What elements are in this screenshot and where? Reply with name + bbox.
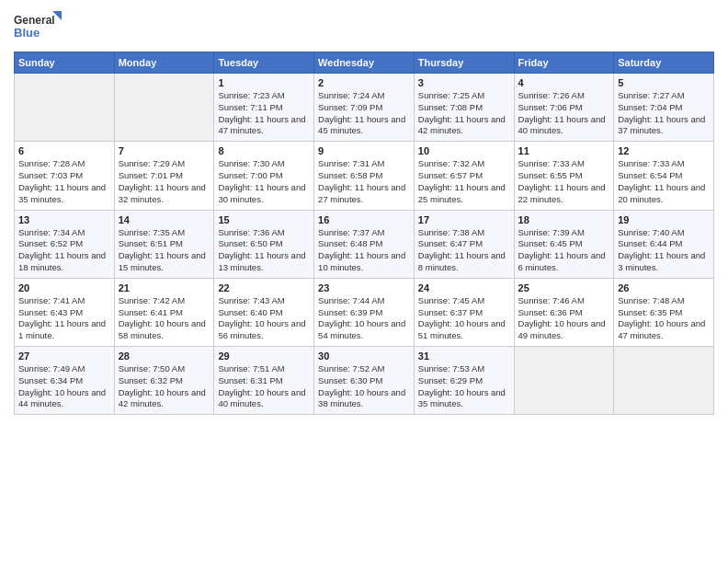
day-info: Sunrise: 7:49 AMSunset: 6:34 PMDaylight:… xyxy=(18,363,110,410)
day-info: Sunrise: 7:37 AMSunset: 6:48 PMDaylight:… xyxy=(318,227,410,274)
calendar-week-row: 20Sunrise: 7:41 AMSunset: 6:43 PMDayligh… xyxy=(15,278,714,346)
day-number: 22 xyxy=(218,282,310,293)
calendar-cell: 1Sunrise: 7:23 AMSunset: 7:11 PMDaylight… xyxy=(214,74,314,142)
calendar-cell: 27Sunrise: 7:49 AMSunset: 6:34 PMDayligh… xyxy=(15,347,115,415)
day-number: 30 xyxy=(318,350,410,362)
calendar-cell: 24Sunrise: 7:45 AMSunset: 6:37 PMDayligh… xyxy=(414,278,514,346)
calendar-cell: 29Sunrise: 7:51 AMSunset: 6:31 PMDayligh… xyxy=(214,347,314,415)
day-info: Sunrise: 7:45 AMSunset: 6:37 PMDaylight:… xyxy=(418,295,510,342)
day-info: Sunrise: 7:40 AMSunset: 6:44 PMDaylight:… xyxy=(618,227,710,274)
day-number: 19 xyxy=(618,214,710,225)
day-number: 13 xyxy=(18,214,110,225)
day-number: 24 xyxy=(418,282,510,293)
calendar-cell xyxy=(614,347,714,415)
day-info: Sunrise: 7:31 AMSunset: 6:58 PMDaylight:… xyxy=(318,158,410,205)
day-number: 28 xyxy=(119,350,210,362)
calendar-cell: 16Sunrise: 7:37 AMSunset: 6:48 PMDayligh… xyxy=(314,210,415,278)
day-number: 6 xyxy=(18,145,110,156)
weekday-header: Monday xyxy=(114,52,214,74)
day-number: 29 xyxy=(218,350,310,362)
calendar-cell: 21Sunrise: 7:42 AMSunset: 6:41 PMDayligh… xyxy=(114,278,214,346)
day-number: 9 xyxy=(318,145,410,156)
calendar-cell: 22Sunrise: 7:43 AMSunset: 6:40 PMDayligh… xyxy=(214,278,314,346)
calendar-cell: 11Sunrise: 7:33 AMSunset: 6:55 PMDayligh… xyxy=(514,142,614,210)
calendar-week-row: 6Sunrise: 7:28 AMSunset: 7:03 PMDaylight… xyxy=(15,142,714,210)
weekday-header: Friday xyxy=(514,52,614,74)
calendar-cell: 23Sunrise: 7:44 AMSunset: 6:39 PMDayligh… xyxy=(314,278,415,346)
weekday-header: Saturday xyxy=(614,52,714,74)
day-info: Sunrise: 7:46 AMSunset: 6:36 PMDaylight:… xyxy=(518,295,610,342)
day-number: 4 xyxy=(518,77,610,88)
calendar-cell xyxy=(514,347,614,415)
day-info: Sunrise: 7:34 AMSunset: 6:52 PMDaylight:… xyxy=(18,227,110,274)
day-number: 16 xyxy=(318,214,410,225)
calendar-cell: 20Sunrise: 7:41 AMSunset: 6:43 PMDayligh… xyxy=(15,278,115,346)
weekday-header: Tuesday xyxy=(214,52,314,74)
header-row: SundayMondayTuesdayWednesdayThursdayFrid… xyxy=(15,52,714,74)
calendar-cell: 4Sunrise: 7:26 AMSunset: 7:06 PMDaylight… xyxy=(514,74,614,142)
calendar-cell: 13Sunrise: 7:34 AMSunset: 6:52 PMDayligh… xyxy=(15,210,115,278)
calendar-cell: 3Sunrise: 7:25 AMSunset: 7:08 PMDaylight… xyxy=(414,74,514,142)
day-number: 25 xyxy=(518,282,610,293)
day-number: 3 xyxy=(418,77,510,88)
calendar-cell: 25Sunrise: 7:46 AMSunset: 6:36 PMDayligh… xyxy=(514,278,614,346)
calendar-cell: 14Sunrise: 7:35 AMSunset: 6:51 PMDayligh… xyxy=(114,210,214,278)
day-number: 23 xyxy=(318,282,410,293)
calendar-cell: 28Sunrise: 7:50 AMSunset: 6:32 PMDayligh… xyxy=(114,347,214,415)
weekday-header: Thursday xyxy=(414,52,514,74)
day-info: Sunrise: 7:29 AMSunset: 7:01 PMDaylight:… xyxy=(119,158,210,205)
calendar-cell: 15Sunrise: 7:36 AMSunset: 6:50 PMDayligh… xyxy=(214,210,314,278)
day-number: 12 xyxy=(618,145,710,156)
calendar-week-row: 27Sunrise: 7:49 AMSunset: 6:34 PMDayligh… xyxy=(15,347,714,415)
day-info: Sunrise: 7:38 AMSunset: 6:47 PMDaylight:… xyxy=(418,227,510,274)
calendar-cell: 8Sunrise: 7:30 AMSunset: 7:00 PMDaylight… xyxy=(214,142,314,210)
day-info: Sunrise: 7:52 AMSunset: 6:30 PMDaylight:… xyxy=(318,363,410,410)
day-info: Sunrise: 7:33 AMSunset: 6:54 PMDaylight:… xyxy=(618,158,710,205)
calendar-cell xyxy=(15,74,115,142)
calendar-cell: 30Sunrise: 7:52 AMSunset: 6:30 PMDayligh… xyxy=(314,347,415,415)
day-info: Sunrise: 7:30 AMSunset: 7:00 PMDaylight:… xyxy=(218,158,310,205)
day-number: 1 xyxy=(218,77,310,88)
day-info: Sunrise: 7:24 AMSunset: 7:09 PMDaylight:… xyxy=(318,90,410,137)
weekday-header: Sunday xyxy=(15,52,115,74)
day-number: 5 xyxy=(618,77,710,88)
day-info: Sunrise: 7:26 AMSunset: 7:06 PMDaylight:… xyxy=(518,90,610,137)
day-number: 2 xyxy=(318,77,410,88)
day-number: 8 xyxy=(218,145,310,156)
logo: General Blue xyxy=(14,9,64,44)
day-info: Sunrise: 7:36 AMSunset: 6:50 PMDaylight:… xyxy=(218,227,310,274)
day-info: Sunrise: 7:41 AMSunset: 6:43 PMDaylight:… xyxy=(18,295,110,342)
weekday-header: Wednesday xyxy=(314,52,415,74)
day-info: Sunrise: 7:43 AMSunset: 6:40 PMDaylight:… xyxy=(218,295,310,342)
calendar-cell: 12Sunrise: 7:33 AMSunset: 6:54 PMDayligh… xyxy=(614,142,714,210)
day-info: Sunrise: 7:42 AMSunset: 6:41 PMDaylight:… xyxy=(119,295,210,342)
calendar-cell: 26Sunrise: 7:48 AMSunset: 6:35 PMDayligh… xyxy=(614,278,714,346)
calendar-cell: 18Sunrise: 7:39 AMSunset: 6:45 PMDayligh… xyxy=(514,210,614,278)
day-info: Sunrise: 7:50 AMSunset: 6:32 PMDaylight:… xyxy=(119,363,210,410)
day-info: Sunrise: 7:33 AMSunset: 6:55 PMDaylight:… xyxy=(518,158,610,205)
logo-svg: General Blue xyxy=(14,9,64,44)
day-number: 7 xyxy=(119,145,210,156)
day-info: Sunrise: 7:35 AMSunset: 6:51 PMDaylight:… xyxy=(119,227,210,274)
day-info: Sunrise: 7:23 AMSunset: 7:11 PMDaylight:… xyxy=(218,90,310,137)
svg-text:Blue: Blue xyxy=(14,26,40,40)
day-info: Sunrise: 7:39 AMSunset: 6:45 PMDaylight:… xyxy=(518,227,610,274)
day-info: Sunrise: 7:32 AMSunset: 6:57 PMDaylight:… xyxy=(418,158,510,205)
calendar-week-row: 1Sunrise: 7:23 AMSunset: 7:11 PMDaylight… xyxy=(15,74,714,142)
day-number: 15 xyxy=(218,214,310,225)
day-info: Sunrise: 7:53 AMSunset: 6:29 PMDaylight:… xyxy=(418,363,510,410)
day-number: 27 xyxy=(18,350,110,362)
calendar-cell: 7Sunrise: 7:29 AMSunset: 7:01 PMDaylight… xyxy=(114,142,214,210)
day-info: Sunrise: 7:51 AMSunset: 6:31 PMDaylight:… xyxy=(218,363,310,410)
day-number: 17 xyxy=(418,214,510,225)
calendar-cell: 17Sunrise: 7:38 AMSunset: 6:47 PMDayligh… xyxy=(414,210,514,278)
day-info: Sunrise: 7:48 AMSunset: 6:35 PMDaylight:… xyxy=(618,295,710,342)
calendar-table: SundayMondayTuesdayWednesdayThursdayFrid… xyxy=(14,52,714,415)
day-info: Sunrise: 7:28 AMSunset: 7:03 PMDaylight:… xyxy=(18,158,110,205)
calendar-cell: 19Sunrise: 7:40 AMSunset: 6:44 PMDayligh… xyxy=(614,210,714,278)
calendar-cell: 2Sunrise: 7:24 AMSunset: 7:09 PMDaylight… xyxy=(314,74,415,142)
svg-text:General: General xyxy=(14,14,55,27)
day-info: Sunrise: 7:44 AMSunset: 6:39 PMDaylight:… xyxy=(318,295,410,342)
calendar-cell: 6Sunrise: 7:28 AMSunset: 7:03 PMDaylight… xyxy=(15,142,115,210)
day-number: 10 xyxy=(418,145,510,156)
